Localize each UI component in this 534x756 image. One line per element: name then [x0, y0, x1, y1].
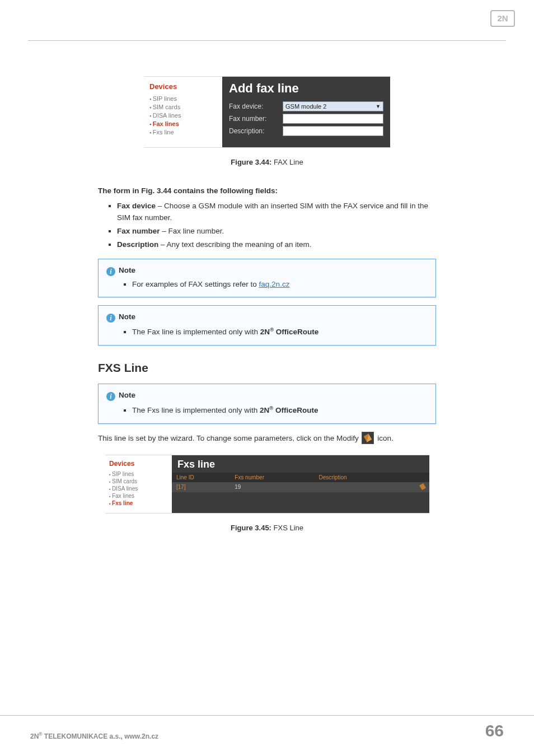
chevron-down-icon: ▼: [376, 104, 381, 109]
sidebar-item-sim-cards[interactable]: SIM cards: [149, 104, 218, 110]
fax-device-value: GSM module 2: [285, 103, 326, 110]
table-row: [17] 19: [172, 482, 429, 492]
sidebar-heading: Devices: [109, 460, 168, 468]
description-input[interactable]: [283, 126, 383, 136]
col-description: Description: [315, 473, 395, 482]
fax-number-input[interactable]: [283, 114, 383, 124]
figure-add-fax-line: Devices SIP lines SIM cards DISA lines F…: [144, 76, 390, 148]
figure-fxs-line: Devices SIP lines SIM cards DISA lines F…: [105, 455, 429, 514]
page-number: 66: [485, 721, 504, 740]
fxs-line-table-panel: Fxs line Line ID Fxs number Description …: [172, 455, 429, 513]
note-fxs-officeroute: iNote The Fxs line is implemented only w…: [98, 384, 436, 423]
fax-number-label: Fax number:: [229, 115, 283, 123]
info-icon: i: [106, 314, 115, 323]
info-icon: i: [106, 392, 115, 401]
fxs-table-title: Fxs line: [172, 455, 429, 473]
fax-device-select[interactable]: GSM module 2 ▼: [283, 101, 383, 111]
cell-description: [315, 482, 395, 492]
form-fields-lead: The form in Fig. 3.44 contains the follo…: [98, 185, 436, 197]
section-fxs-line: FXS Line: [98, 359, 436, 377]
cell-line-id[interactable]: [17]: [172, 482, 230, 492]
fxs-line-table: Line ID Fxs number Description [17] 19: [172, 473, 429, 492]
sidebar-item-sip-lines[interactable]: SIP lines: [149, 95, 218, 102]
fig245-sidebar: Devices SIP lines SIM cards DISA lines F…: [105, 455, 172, 513]
sidebar-item-fax-lines[interactable]: Fax lines: [109, 493, 168, 499]
sidebar-item-disa-lines[interactable]: DISA lines: [109, 486, 168, 492]
form-title: Add fax line: [229, 81, 383, 96]
add-fax-line-form: Add fax line Fax device: GSM module 2 ▼ …: [222, 77, 390, 147]
cell-fxs-number: 19: [230, 482, 314, 492]
modify-icon[interactable]: [418, 484, 425, 491]
description-label: Description:: [229, 127, 283, 135]
sidebar-item-sip-lines[interactable]: SIP lines: [109, 471, 168, 477]
faq-link[interactable]: faq.2n.cz: [259, 280, 290, 288]
sidebar-item-disa-lines[interactable]: DISA lines: [149, 112, 218, 119]
note-fax-officeroute: iNote The Fax line is implemented only w…: [98, 305, 436, 345]
sidebar-item-fxs-line[interactable]: Fxs line: [109, 500, 168, 506]
sidebar-item-fax-lines[interactable]: Fax lines: [149, 120, 218, 127]
sidebar-item-sim-cards[interactable]: SIM cards: [109, 478, 168, 484]
info-icon: i: [106, 267, 115, 276]
note-faq: iNote For examples of FAX settings refer…: [98, 259, 436, 298]
header-rule: [28, 40, 506, 41]
col-line-id: Line ID: [172, 473, 230, 482]
col-fxs-number: Fxs number: [230, 473, 314, 482]
modify-icon[interactable]: [362, 432, 374, 444]
field-list: Fax device – Choose a GSM module with an…: [98, 200, 436, 251]
figure-244-caption: Figure 3.44: FAX Line: [28, 158, 506, 166]
sidebar-heading: Devices: [149, 82, 218, 91]
fax-device-label: Fax device:: [229, 102, 283, 110]
fig244-sidebar: Devices SIP lines SIM cards DISA lines F…: [144, 77, 222, 147]
figure-245-caption: Figure 3.45: FXS Line: [28, 524, 506, 532]
sidebar-item-fxs-line[interactable]: Fxs line: [149, 129, 218, 136]
modify-paragraph: This line is set by the wizard. To chang…: [98, 432, 436, 445]
col-actions: [395, 473, 429, 482]
page-footer: 2N® TELEKOMUNIKACE a.s., www.2n.cz 66: [0, 715, 534, 740]
brand-logo: 2N: [490, 10, 515, 27]
